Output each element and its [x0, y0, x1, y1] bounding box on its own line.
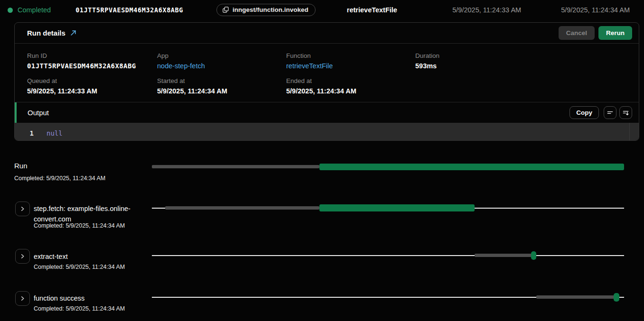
field-app-label: App — [157, 52, 286, 59]
status-dot-icon — [8, 8, 13, 13]
field-queued-label: Queued at — [27, 77, 157, 84]
field-queued: Queued at 5/9/2025, 11:24:33 AM — [27, 77, 157, 95]
field-ended-value: 5/9/2025, 11:24:34 AM — [286, 87, 415, 95]
step-1-bar-queued — [165, 206, 319, 210]
field-run-id-label: Run ID — [27, 52, 157, 59]
field-started: Started at 5/9/2025, 11:24:34 AM — [157, 77, 286, 95]
step-1-name[interactable]: step.fetch: example-files.online-convert… — [34, 203, 151, 225]
output-title: Output — [28, 109, 49, 117]
chevron-right-icon — [20, 206, 25, 211]
field-ended: Ended at 5/9/2025, 11:24:34 AM — [286, 77, 415, 95]
field-started-label: Started at — [157, 77, 286, 84]
field-function: Function retrieveTextFile — [286, 52, 415, 70]
code-value: null — [47, 129, 63, 137]
run-details-header: Run details Cancel Rerun — [15, 23, 639, 44]
app-link[interactable]: node-step-fetch — [157, 62, 205, 70]
step-2-bar-queued — [475, 254, 532, 257]
copy-button[interactable]: Copy — [569, 106, 599, 119]
run-row-completed: Completed: 5/9/2025, 11:24:34 AM — [14, 175, 105, 182]
step-2-expand-button[interactable] — [15, 249, 30, 264]
code-line-number: 1 — [15, 129, 34, 137]
step-2-bar-active — [531, 251, 536, 260]
external-link-icon[interactable] — [70, 30, 76, 36]
step-1-bar-active — [319, 204, 475, 211]
event-badge[interactable]: inngest/function.invoked — [216, 4, 316, 16]
field-app: App node-step-fetch — [157, 52, 286, 70]
chevron-right-icon — [20, 254, 25, 259]
topbar-started-timestamp: 5/9/2025, 11:24:34 AM — [561, 6, 630, 14]
field-duration-value: 593ms — [415, 62, 626, 70]
event-badge-label: inngest/function.invoked — [233, 6, 308, 13]
trace-timeline: Run Completed: 5/9/2025, 11:24:34 AM ste… — [0, 147, 644, 321]
status-label: Completed — [18, 6, 51, 14]
step-3-expand-button[interactable] — [15, 291, 30, 306]
field-duration: Duration 593ms — [415, 52, 626, 70]
step-2-completed: Completed: 5/9/2025, 11:24:34 AM — [34, 264, 125, 270]
field-started-value: 5/9/2025, 11:24:34 AM — [157, 87, 286, 95]
code-block: 1 null — [15, 123, 639, 141]
top-bar: Completed 01JTT5RPVAESDM46M32A6X8ABG inn… — [0, 0, 644, 20]
field-run-id: Run ID 01JTT5RPVAESDM46M32A6X8ABG — [27, 52, 157, 70]
step-1-expand-button[interactable] — [15, 202, 30, 216]
output-section: Output Copy — [15, 102, 639, 141]
field-ended-label: Ended at — [286, 77, 415, 84]
step-3-name[interactable]: function success — [34, 293, 84, 303]
run-bar-queued — [152, 165, 319, 168]
run-details-panel: Run details Cancel Rerun Run ID 01JTT5RP… — [14, 22, 639, 141]
output-header: Output Copy — [15, 102, 639, 123]
copy-icon — [223, 7, 229, 13]
rerun-button[interactable]: Rerun — [598, 26, 632, 40]
topbar-queued-timestamp: 5/9/2025, 11:24:33 AM — [452, 6, 521, 14]
field-function-label: Function — [286, 52, 415, 59]
step-3-bar-queued — [536, 295, 615, 299]
field-queued-value: 5/9/2025, 11:24:33 AM — [27, 87, 157, 95]
function-link[interactable]: retrieveTextFile — [286, 62, 333, 70]
step-1-completed: Completed: 5/9/2025, 11:24:34 AM — [34, 222, 125, 229]
topbar-function-name: retrieveTextFile — [347, 6, 397, 14]
chevron-right-icon — [20, 296, 25, 301]
code-scrollbar[interactable] — [629, 123, 630, 141]
step-3-completed: Completed: 5/9/2025, 11:24:34 AM — [34, 305, 125, 312]
topbar-run-id: 01JTT5RPVAESDM46M32A6X8ABG — [75, 6, 183, 14]
field-run-id-value: 01JTT5RPVAESDM46M32A6X8ABG — [27, 62, 157, 70]
wrap-lines-button[interactable] — [604, 106, 616, 119]
panel-title: Run details — [27, 29, 65, 37]
step-2-name[interactable]: extract-text — [34, 251, 68, 262]
text-lines-icon — [607, 109, 614, 116]
step-2-baseline — [152, 255, 624, 256]
run-row-label: Run — [14, 162, 28, 170]
step-3-bar-active — [614, 293, 619, 302]
run-details-grid: Run ID 01JTT5RPVAESDM46M32A6X8ABG App no… — [15, 44, 639, 95]
run-bar-active — [319, 164, 624, 170]
expand-output-button[interactable] — [619, 106, 632, 119]
output-accent-bar — [15, 102, 17, 123]
field-duration-label: Duration — [415, 52, 626, 59]
lines-down-arrow-icon — [622, 109, 629, 116]
cancel-button[interactable]: Cancel — [559, 26, 595, 40]
